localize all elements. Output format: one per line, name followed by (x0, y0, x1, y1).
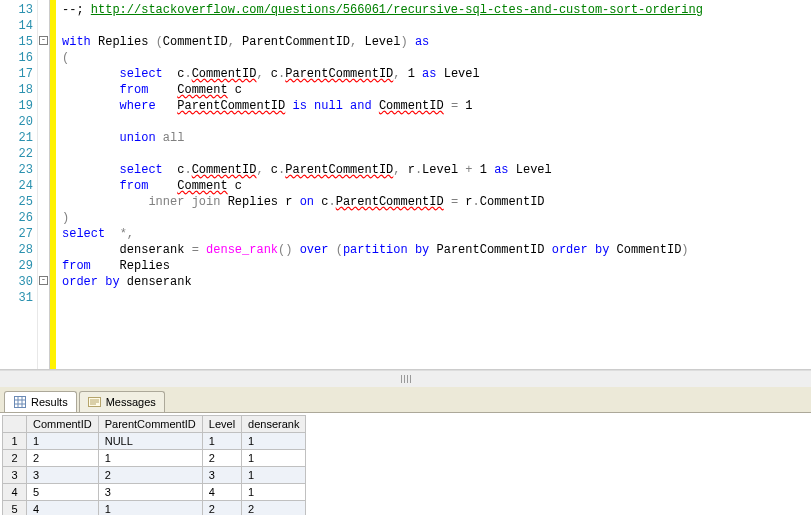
tab-results-label: Results (31, 396, 68, 408)
table-row[interactable]: 54122 (3, 501, 306, 516)
line-number: 24 (8, 178, 33, 194)
line-number: 17 (8, 66, 33, 82)
row-number-cell[interactable]: 4 (3, 484, 27, 501)
data-cell[interactable]: 2 (98, 467, 202, 484)
tab-results[interactable]: Results (4, 391, 77, 412)
fold-toggle-icon[interactable]: - (39, 36, 48, 45)
data-cell[interactable]: 2 (202, 450, 241, 467)
svg-rect-0 (15, 397, 26, 408)
data-cell[interactable]: 5 (27, 484, 99, 501)
sql-editor-pane: 13141516171819202122232425262728293031 -… (0, 0, 811, 370)
table-row[interactable]: 45341 (3, 484, 306, 501)
column-header[interactable]: CommentID (27, 416, 99, 433)
data-cell[interactable]: 1 (242, 433, 306, 450)
data-cell[interactable]: 3 (98, 484, 202, 501)
data-cell[interactable]: NULL (98, 433, 202, 450)
line-number: 23 (8, 162, 33, 178)
column-header[interactable]: ParentCommentID (98, 416, 202, 433)
data-cell[interactable]: 2 (27, 450, 99, 467)
line-number: 22 (8, 146, 33, 162)
line-number: 13 (8, 2, 33, 18)
tab-messages-label: Messages (106, 396, 156, 408)
line-number: 20 (8, 114, 33, 130)
results-tabstrip: Results Messages (0, 387, 811, 413)
row-number-cell[interactable]: 1 (3, 433, 27, 450)
horizontal-scrollbar[interactable] (0, 370, 811, 387)
comment-url: http://stackoverflow.com/questions/56606… (91, 3, 703, 17)
table-row[interactable]: 33231 (3, 467, 306, 484)
table-row[interactable]: 11NULL11 (3, 433, 306, 450)
data-cell[interactable]: 4 (27, 501, 99, 516)
line-number: 27 (8, 226, 33, 242)
line-number: 14 (8, 18, 33, 34)
results-grid[interactable]: CommentIDParentCommentIDLeveldenserank11… (2, 415, 306, 515)
line-number: 25 (8, 194, 33, 210)
line-number: 15 (8, 34, 33, 50)
data-cell[interactable]: 2 (242, 501, 306, 516)
column-header[interactable]: denserank (242, 416, 306, 433)
line-number: 28 (8, 242, 33, 258)
grid-corner-cell (3, 416, 27, 433)
data-cell[interactable]: 1 (202, 433, 241, 450)
data-cell[interactable]: 4 (202, 484, 241, 501)
data-cell[interactable]: 3 (27, 467, 99, 484)
line-number: 29 (8, 258, 33, 274)
data-cell[interactable]: 1 (98, 501, 202, 516)
column-header[interactable]: Level (202, 416, 241, 433)
data-cell[interactable]: 1 (98, 450, 202, 467)
fold-toggle-icon[interactable]: - (39, 276, 48, 285)
tab-messages[interactable]: Messages (79, 391, 165, 412)
code-area[interactable]: --; http://stackoverflow.com/questions/5… (56, 0, 811, 369)
messages-icon (88, 395, 102, 409)
results-pane: CommentIDParentCommentIDLeveldenserank11… (0, 413, 811, 515)
line-number-gutter: 13141516171819202122232425262728293031 (0, 0, 38, 369)
line-number: 30 (8, 274, 33, 290)
grid-icon (13, 395, 27, 409)
data-cell[interactable]: 1 (27, 433, 99, 450)
line-number: 21 (8, 130, 33, 146)
row-number-cell[interactable]: 3 (3, 467, 27, 484)
row-number-cell[interactable]: 5 (3, 501, 27, 516)
line-number: 18 (8, 82, 33, 98)
line-number: 26 (8, 210, 33, 226)
fold-marker-column: -- (38, 0, 50, 369)
line-number: 19 (8, 98, 33, 114)
line-number: 31 (8, 290, 33, 306)
data-cell[interactable]: 3 (202, 467, 241, 484)
table-row[interactable]: 22121 (3, 450, 306, 467)
line-number: 16 (8, 50, 33, 66)
data-cell[interactable]: 1 (242, 450, 306, 467)
data-cell[interactable]: 2 (202, 501, 241, 516)
row-number-cell[interactable]: 2 (3, 450, 27, 467)
data-cell[interactable]: 1 (242, 484, 306, 501)
data-cell[interactable]: 1 (242, 467, 306, 484)
